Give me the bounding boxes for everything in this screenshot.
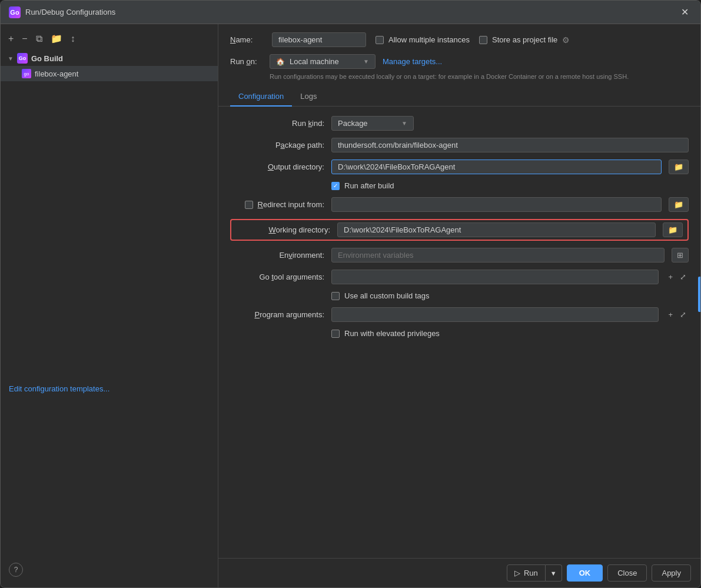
store-as-project-checkbox[interactable] [479,36,487,44]
add-config-button[interactable]: + [5,32,16,46]
run-debug-dialog: Go Run/Debug Configurations ✕ + − ⧉ 📁 ↕ … [0,0,701,588]
run-kind-label: Run kind: [230,119,324,128]
run-icon: ▷ [514,569,520,577]
program-args-expand-group: + ⤢ [666,309,689,320]
redirect-input-folder-button[interactable]: 📁 [669,197,689,212]
name-label: Name: [230,35,263,44]
redirect-input-row: Redirect input from: 📁 [230,197,689,212]
help-button[interactable]: ? [9,563,23,577]
go-tool-args-expand-group: + ⤢ [666,271,689,283]
go-build-icon: Go [17,53,28,64]
left-footer: Edit configuration templates... ? [1,378,218,583]
tab-logs[interactable]: Logs [292,87,325,107]
main-content: + − ⧉ 📁 ↕ ▼ Go Go Build go filebox-agent… [1,24,700,587]
output-dir-folder-button[interactable]: 📁 [669,160,689,174]
ok-button[interactable]: OK [567,564,603,582]
redirect-input-checkbox[interactable] [245,201,253,209]
bottom-bar: ▷ Run ▼ OK Close Apply [218,558,700,587]
run-kind-row: Run kind: Package ▼ [230,116,689,131]
run-after-build-row: ✓ Run after build [331,181,689,190]
tree-group-label: Go Build [31,54,63,63]
elevated-privileges-checkbox[interactable] [331,330,340,338]
working-dir-folder-button[interactable]: 📁 [663,222,683,237]
go-tool-args-row: Go tool arguments: + ⤢ [230,270,689,284]
edit-templates-link[interactable]: Edit configuration templates... [9,384,109,393]
allow-multiple-checkbox[interactable] [376,36,384,44]
package-path-row: Package path: [230,138,689,152]
toolbar: + − ⧉ 📁 ↕ [1,29,218,51]
tabs: Configuration Logs [218,87,700,107]
package-path-input[interactable] [331,138,689,152]
chevron-down-icon: ▼ [8,55,14,62]
tree-child-label: filebox-agent [35,69,78,78]
custom-build-tags-checkbox[interactable] [331,292,340,300]
program-args-add-button[interactable]: + [666,309,675,320]
name-row: Name: Allow multiple instances Store as … [230,32,689,47]
dialog-title: Run/Debug Configurations [25,8,115,16]
program-args-row: Program arguments: + ⤢ [230,307,689,322]
run-button[interactable]: ▷ Run [507,564,546,582]
go-tool-args-label: Go tool arguments: [230,273,324,281]
run-on-dropdown[interactable]: 🏠 Local machine ▼ [270,54,376,69]
go-tool-args-expand-button[interactable]: ⤢ [677,271,689,283]
left-panel: + − ⧉ 📁 ↕ ▼ Go Go Build go filebox-agent… [1,24,218,587]
copy-config-button[interactable]: ⧉ [33,32,45,46]
go-child-icon: go [22,69,31,78]
custom-build-tags-label: Use all custom build tags [344,291,430,300]
tree-group-go-build[interactable]: ▼ Go Go Build [1,51,218,66]
custom-build-tags-row: Use all custom build tags [331,291,689,300]
elevated-privileges-label: Run with elevated privileges [344,329,440,338]
environment-input[interactable] [331,248,665,263]
close-button[interactable]: ✕ [677,5,692,19]
local-machine-label: Local machine [290,57,339,66]
config-form: Run kind: Package ▼ Package path: Output… [218,107,700,558]
allow-multiple-group: Allow multiple instances [376,35,470,44]
run-caret-button[interactable]: ▼ [546,564,562,582]
allow-multiple-label: Allow multiple instances [388,35,470,44]
environment-label: Environment: [230,251,324,260]
redirect-input-field[interactable] [331,197,662,212]
close-dialog-button[interactable]: Close [607,564,647,582]
program-args-input[interactable] [331,307,659,322]
scroll-accent [698,277,700,312]
remove-config-button[interactable]: − [19,32,30,46]
output-dir-row: Output directory: 📁 [230,160,689,174]
store-as-project-label: Store as project file [492,35,557,44]
environment-table-button[interactable]: ⊞ [672,248,689,263]
run-kind-dropdown[interactable]: Package ▼ [331,116,414,131]
go-tool-args-add-button[interactable]: + [666,271,675,283]
config-header: Name: Allow multiple instances Store as … [218,24,700,87]
working-dir-label: Working directory: [236,225,330,234]
program-args-label: Program arguments: [230,310,324,319]
store-as-project-group: Store as project file ⚙ [479,35,570,45]
chevron-down-icon: ▼ [401,120,407,127]
name-input[interactable] [272,32,366,47]
environment-row: Environment: ⊞ [230,248,689,263]
run-on-label: Run on: [230,57,263,66]
chevron-down-icon: ▼ [363,58,369,65]
working-dir-input[interactable] [337,222,656,237]
elevated-privileges-row: Run with elevated privileges [331,329,689,338]
working-dir-row: Working directory: 📁 [230,219,689,241]
apply-button[interactable]: Apply [652,564,691,582]
run-on-row: Run on: 🏠 Local machine ▼ Manage targets… [230,54,689,69]
package-path-label: Package path: [230,141,324,150]
home-icon: 🏠 [276,58,285,66]
tab-configuration[interactable]: Configuration [230,87,292,107]
run-label: Run [524,569,538,577]
tree-child-filebox-agent[interactable]: go filebox-agent [1,66,218,81]
program-args-expand-button[interactable]: ⤢ [677,309,689,320]
go-tool-args-input[interactable] [331,270,659,284]
manage-targets-link[interactable]: Manage targets... [383,57,442,66]
run-after-build-checkbox[interactable]: ✓ [331,182,340,190]
title-bar: Go Run/Debug Configurations ✕ [1,1,700,24]
folder-button[interactable]: 📁 [48,31,65,46]
right-panel: Name: Allow multiple instances Store as … [218,24,700,587]
output-dir-label: Output directory: [230,162,324,171]
hint-text: Run configurations may be executed local… [270,72,689,81]
gear-icon[interactable]: ⚙ [562,35,570,45]
title-bar-left: Go Run/Debug Configurations [9,6,115,18]
app-icon: Go [9,6,21,18]
sort-button[interactable]: ↕ [68,32,78,46]
output-dir-input[interactable] [331,160,662,174]
